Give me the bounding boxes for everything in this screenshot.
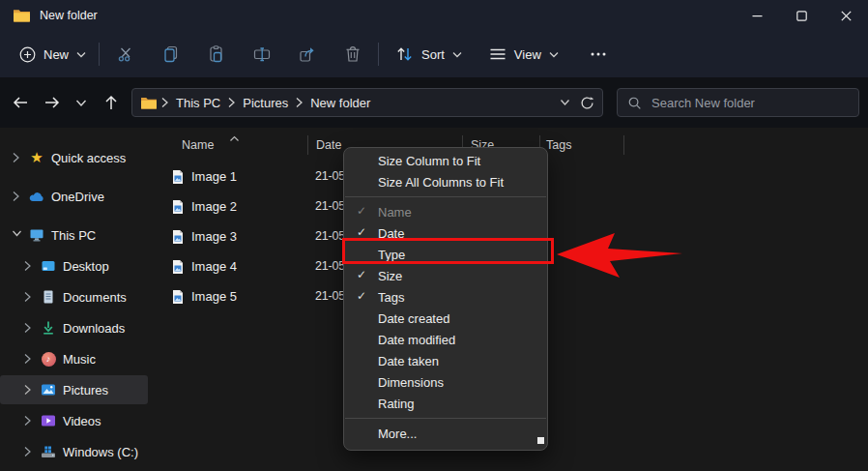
image-file-icon <box>170 289 186 308</box>
download-icon <box>41 320 56 336</box>
breadcrumb-new-folder[interactable]: New folder <box>306 94 374 112</box>
sidebar-item-quick-access[interactable]: ★ Quick access <box>0 143 148 172</box>
sort-ascending-icon <box>229 131 240 145</box>
file-date: 21-05 <box>315 289 345 303</box>
menu-item-size-column-to-fit[interactable]: Size Column to Fit <box>344 150 547 171</box>
view-button[interactable]: View <box>479 37 568 72</box>
column-header-tags[interactable]: Tags <box>546 138 571 152</box>
chevron-down-icon <box>452 51 462 58</box>
breadcrumb-this-pc[interactable]: This PC <box>172 94 224 112</box>
menu-item-date-created[interactable]: Date created <box>344 308 547 329</box>
sidebar-item-music[interactable]: ♪ Music <box>0 344 148 373</box>
folder-icon <box>13 8 31 23</box>
address-bar[interactable]: This PC Pictures New folder <box>131 88 603 117</box>
minimize-button[interactable] <box>735 0 779 31</box>
recent-locations-button[interactable] <box>68 86 95 119</box>
annotation-arrow-icon <box>551 225 686 283</box>
chevron-right-icon[interactable] <box>23 446 32 457</box>
menu-item-date-modified[interactable]: Date modified <box>344 329 547 350</box>
file-name: Image 3 <box>191 229 237 244</box>
chevron-right-icon[interactable] <box>23 384 32 396</box>
image-file-icon <box>170 259 186 278</box>
menu-item-size[interactable]: ✓ Size <box>344 265 547 286</box>
sidebar-item-label: Music <box>63 352 96 367</box>
command-toolbar: New Sort View <box>0 31 868 77</box>
address-row: This PC Pictures New folder Search New f… <box>0 77 868 128</box>
chevron-down-icon <box>76 51 86 58</box>
menu-item-size-all-columns-to-fit[interactable]: Size All Columns to Fit <box>344 171 547 192</box>
toolbar-separator <box>99 43 100 66</box>
share-button[interactable] <box>284 37 330 72</box>
cut-button[interactable] <box>102 37 148 72</box>
file-name: Image 1 <box>191 169 237 184</box>
sidebar-item-windows-c[interactable]: Windows (C:) <box>0 437 148 466</box>
sidebar-item-downloads[interactable]: Downloads <box>0 313 148 342</box>
new-button[interactable]: New <box>10 37 96 72</box>
column-header-name[interactable]: Name <box>182 138 214 152</box>
chevron-right-icon[interactable] <box>23 291 32 303</box>
chevron-right-icon[interactable] <box>23 322 32 334</box>
sidebar-item-label: Videos <box>63 414 101 428</box>
delete-button[interactable] <box>330 37 375 72</box>
chevron-down-icon <box>75 99 87 107</box>
breadcrumb-chevron-icon <box>227 97 236 108</box>
scissors-icon <box>116 44 135 64</box>
menu-item-date-taken[interactable]: Date taken <box>344 350 547 371</box>
view-button-label: View <box>514 47 541 62</box>
chevron-right-icon[interactable] <box>23 260 32 272</box>
column-header-context-menu: Size Column to Fit Size All Columns to F… <box>343 147 548 451</box>
rename-button[interactable] <box>239 37 284 72</box>
up-button[interactable] <box>95 86 127 119</box>
sort-icon <box>395 45 414 63</box>
sort-button[interactable]: Sort <box>386 37 472 72</box>
forward-button[interactable] <box>36 86 68 119</box>
trash-icon <box>343 44 362 64</box>
column-divider[interactable] <box>307 135 308 155</box>
search-input[interactable]: Search New folder <box>617 88 859 117</box>
sidebar-item-label: Windows (C:) <box>63 445 138 459</box>
refresh-button[interactable] <box>580 96 594 110</box>
menu-item-rating[interactable]: Rating <box>344 393 547 414</box>
window-controls <box>735 0 868 31</box>
paste-icon <box>207 44 226 64</box>
share-icon <box>298 44 317 64</box>
sidebar-item-onedrive[interactable]: OneDrive <box>0 182 148 211</box>
chevron-right-icon[interactable] <box>12 191 20 202</box>
copy-button[interactable] <box>148 37 193 72</box>
pictures-icon <box>41 382 56 397</box>
menu-resize-grip[interactable] <box>537 437 544 444</box>
menu-item-tags[interactable]: ✓ Tags <box>344 286 547 308</box>
paste-button[interactable] <box>193 37 239 72</box>
sidebar-item-documents[interactable]: Documents <box>0 282 148 311</box>
arrow-left-icon <box>12 94 29 111</box>
sidebar-item-pictures[interactable]: Pictures <box>0 375 148 404</box>
menu-item-more[interactable]: More... <box>344 423 547 444</box>
chevron-right-icon[interactable] <box>12 152 20 163</box>
arrow-up-icon <box>102 94 120 111</box>
column-divider[interactable] <box>623 135 624 155</box>
chevron-down-icon[interactable] <box>12 229 22 238</box>
back-button[interactable] <box>4 86 36 119</box>
breadcrumb-pictures[interactable]: Pictures <box>239 94 292 112</box>
cloud-icon <box>29 189 44 204</box>
address-dropdown-button[interactable] <box>560 99 570 106</box>
file-explorer-window: New folder New <box>0 0 868 471</box>
menu-separator <box>345 196 546 197</box>
check-icon: ✓ <box>357 225 366 239</box>
see-more-button[interactable] <box>576 37 622 72</box>
sidebar-item-this-pc[interactable]: This PC <box>0 221 148 250</box>
menu-item-dimensions[interactable]: Dimensions <box>344 371 547 393</box>
sidebar-item-videos[interactable]: Videos <box>0 406 148 435</box>
chevron-right-icon[interactable] <box>23 415 32 427</box>
navigation-pane: ★ Quick access OneDrive This PC Desktop <box>0 128 155 471</box>
sidebar-item-desktop[interactable]: Desktop <box>0 251 148 280</box>
column-header-date[interactable]: Date <box>316 138 341 152</box>
chevron-down-icon <box>560 99 570 106</box>
chevron-right-icon[interactable] <box>23 353 32 365</box>
monitor-icon <box>29 227 44 243</box>
view-list-icon <box>489 46 506 62</box>
close-button[interactable] <box>824 0 868 31</box>
title-bar: New folder <box>0 0 868 31</box>
maximize-button[interactable] <box>779 0 824 31</box>
sidebar-item-label: Downloads <box>63 321 125 336</box>
